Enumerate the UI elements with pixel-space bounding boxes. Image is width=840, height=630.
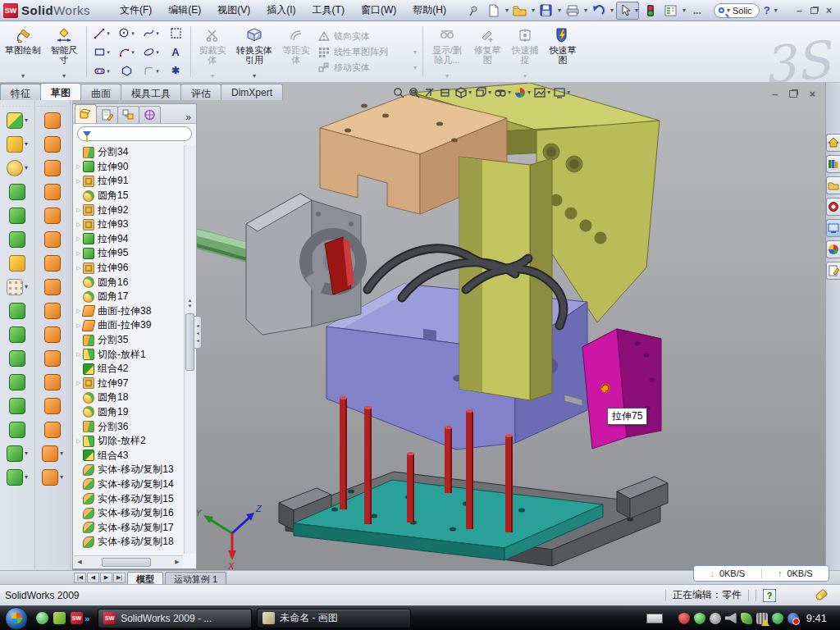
magenta-block-part[interactable] [582,329,661,449]
options-checklist-icon[interactable] [662,2,680,19]
view-settings-icon[interactable]: ▾ [553,86,570,99]
tag-icon[interactable] [815,589,829,602]
tree-item[interactable]: ▷曲面-拉伸39 [75,318,183,333]
tray-sync-status-icon[interactable] [788,613,799,624]
bend-o-tool-icon[interactable] [44,203,61,227]
fill-o-tool-icon[interactable] [44,275,61,299]
corner-g-tool-icon[interactable] [9,180,25,203]
zoom-area-icon[interactable] [408,86,421,99]
expander-icon[interactable]: ▷ [75,178,83,185]
save-icon[interactable] [537,2,555,19]
ribbon-tab-5[interactable]: DimXpert [221,84,283,100]
elbow-o-tool-icon[interactable] [44,322,61,346]
tree-horizontal-scrollbar[interactable]: ◀ ▶ [74,555,183,568]
blocks-g-tool-icon[interactable] [9,299,25,322]
tree-item[interactable]: ▷拉伸93 [75,217,183,232]
scurve-g-tool-icon[interactable]: ▾ [7,465,28,489]
apply-scene-icon[interactable]: ▾ [533,86,550,99]
tree-item[interactable]: ▷拉伸91 [75,174,183,189]
menu-item-4[interactable]: 工具(T) [306,1,351,20]
design-library-tab[interactable] [826,155,840,173]
last-tab-button[interactable]: ▶| [113,573,126,583]
smart-dimension-caret[interactable]: ▾ [62,72,66,80]
polygon-tool-icon[interactable] [114,62,139,80]
menu-item-1[interactable]: 编辑(E) [162,1,208,20]
arc-tool-icon[interactable]: ▾ [114,43,139,62]
convert-entities-button[interactable]: 转换实体引用 ▾ [231,23,277,80]
prev-tab-button[interactable]: ◀ [87,573,99,583]
new-document-caret[interactable]: ▾ [505,7,509,14]
undo-caret[interactable]: ▾ [610,7,614,14]
tray-leaf-icon[interactable] [741,613,752,624]
search-input[interactable]: Solic [733,6,752,16]
tree-item[interactable]: 圆角19 [75,405,183,420]
ribbon-tab-0[interactable]: 特征 [0,84,41,100]
ribbon-tab-4[interactable]: 评估 [180,84,221,100]
tree-item[interactable]: ▷切除-放样2 [75,434,183,449]
gray-clamp-part[interactable] [246,194,361,335]
arrow-g-tool-icon[interactable] [9,418,25,441]
delete-o-tool-icon[interactable] [44,346,61,370]
menu-item-6[interactable]: 帮助(H) [406,1,453,20]
ribbon-tab-1[interactable]: 草图 [40,83,81,100]
tray-antivirus-shield-icon[interactable] [678,613,690,624]
horizontal-scroll-thumb[interactable] [102,558,151,567]
circle-tool-icon[interactable]: ▾ [114,24,139,43]
feature-manager-tab[interactable] [75,104,97,123]
menu-item-5[interactable]: 窗口(W) [354,1,403,20]
resources-tab[interactable] [826,198,840,216]
ball-yg-tool-icon[interactable]: ▾ [7,156,28,180]
doc-restore-button[interactable] [789,90,797,98]
dropdown-caret[interactable]: ▾ [547,89,550,96]
dropdown-caret[interactable]: ▾ [488,89,491,96]
blocks-g-tool-icon[interactable] [9,322,25,346]
sketch-fillet-tool-icon[interactable]: ▾ [139,62,163,80]
first-tab-button[interactable]: |◀ [74,573,86,583]
hide-show-items-icon[interactable]: ▾ [494,86,511,99]
plane-o-tool-icon[interactable] [44,251,61,275]
tree-item[interactable]: ▷拉伸97 [75,377,183,391]
selection-box-tool-icon[interactable] [163,24,188,43]
doc-minimize-button[interactable]: – [772,88,778,100]
dropdown-caret[interactable]: ▾ [25,140,28,148]
motion-study-tab[interactable]: 运动算例 1 [165,572,226,584]
tree-item[interactable]: 圆角16 [75,275,183,290]
cube-yg-tool-icon[interactable]: ▾ [7,108,28,132]
rapid-sketch-button[interactable]: 快速草图 [544,23,582,80]
expander-icon[interactable]: ▷ [75,438,83,445]
dropdown-caret[interactable]: ▾ [60,450,63,457]
expander-icon[interactable]: ▷ [75,235,83,242]
tree-item[interactable]: 组合43 [75,448,183,463]
property-manager-tab[interactable] [96,106,118,123]
tree-item[interactable]: 实体-移动/复制15 [75,491,183,506]
u-o-tool-icon[interactable] [44,394,61,418]
close-button[interactable]: × [826,6,832,16]
tree-item[interactable]: ▷拉伸94 [75,232,183,247]
search-box[interactable]: ▾ Solic [714,3,760,18]
wedge-g-tool-icon[interactable] [9,227,25,251]
tree-vertical-scrollbar[interactable]: ▲▼ [184,145,195,554]
cube-g-tool-icon[interactable] [9,370,25,394]
solidworks-quicklaunch-icon[interactable]: SW [71,612,83,624]
new-document-icon[interactable] [485,2,503,19]
save-caret[interactable]: ▾ [558,7,561,14]
tree-item[interactable]: 分割36 [75,419,183,434]
revolve-o-tool-icon[interactable] [44,132,61,156]
dropdown-caret[interactable]: ▾ [567,89,570,96]
undo-icon[interactable] [590,2,608,19]
dropdown-caret[interactable]: ▾ [60,473,63,481]
doc-close-button[interactable]: × [809,88,815,100]
select-tool[interactable]: ▾ [616,2,639,20]
open-document-caret[interactable]: ▾ [532,7,535,14]
help-button[interactable]: ? [762,4,772,16]
next-tab-button[interactable]: ▶ [100,573,112,583]
sketch-text-tool-icon[interactable]: A [163,43,188,62]
convert-entities-caret[interactable]: ▾ [253,72,256,80]
expander-icon[interactable]: ▷ [75,351,83,358]
dots-tool-icon[interactable]: ▾ [7,275,28,299]
open-document-icon[interactable] [511,2,529,19]
tree-item[interactable]: ▷拉伸95 [75,246,183,261]
taskbar-window-1[interactable]: 未命名 - 画图 [257,609,411,628]
tree-item[interactable]: ▷拉伸96 [75,261,183,276]
menu-item-2[interactable]: 视图(V) [211,1,257,20]
